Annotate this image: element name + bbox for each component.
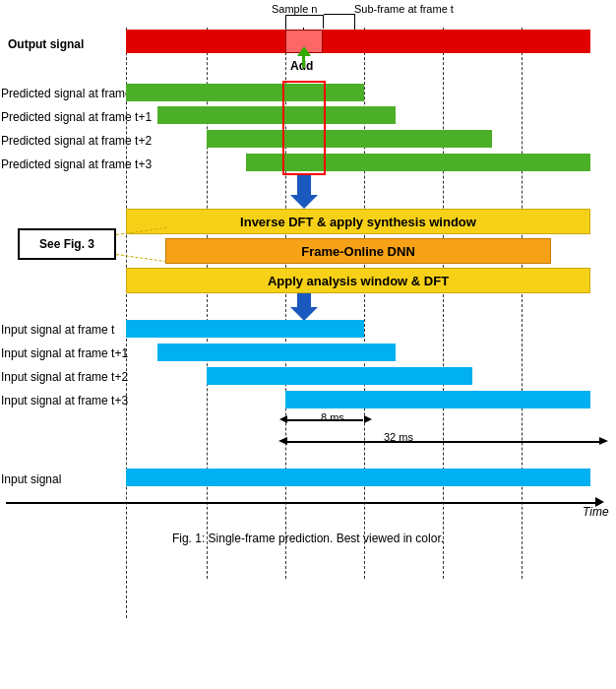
sample-n-top-line bbox=[285, 15, 324, 16]
predicted-t1-label: Predicted signal at frame t+1 bbox=[1, 110, 152, 124]
sample-n-left-bracket bbox=[285, 15, 286, 29]
predicted-t-bar bbox=[126, 84, 364, 101]
figure-caption: Fig. 1: Single-frame prediction. Best vi… bbox=[49, 532, 567, 545]
input-t3-label: Input signal at frame t+3 bbox=[1, 394, 128, 407]
sub-frame-horiz bbox=[324, 14, 355, 15]
add-arrow-head bbox=[297, 46, 311, 56]
input-t3-bar bbox=[285, 391, 590, 408]
input-t2-label: Input signal at frame t+2 bbox=[1, 370, 128, 384]
predicted-t2-bar bbox=[207, 130, 492, 148]
input-t-bar bbox=[126, 320, 364, 338]
sub-frame-label: Sub-frame at frame t bbox=[354, 3, 454, 15]
output-signal-label: Output signal bbox=[8, 37, 84, 51]
8ms-label: 8 ms bbox=[321, 411, 344, 423]
add-arrow-shaft bbox=[302, 54, 305, 68]
input-t1-label: Input signal at frame t+1 bbox=[1, 346, 128, 360]
apply-analysis-block: Apply analysis window & DFT bbox=[126, 268, 590, 293]
big-arrow-head2 bbox=[290, 307, 318, 321]
red-selection-rect bbox=[282, 81, 326, 175]
predicted-t-label: Predicted signal at frame t bbox=[1, 87, 138, 100]
time-label: Time bbox=[583, 505, 609, 519]
32ms-arrowhead-left bbox=[278, 437, 287, 445]
32ms-arrowhead-right bbox=[599, 437, 608, 445]
input-signal-bar bbox=[126, 469, 590, 486]
dash-line-5 bbox=[443, 28, 444, 579]
32ms-line bbox=[286, 441, 599, 443]
big-arrow-head1 bbox=[290, 195, 318, 209]
big-arrow-shaft2 bbox=[297, 293, 311, 307]
frame-online-dnn-block: Frame-Online DNN bbox=[165, 238, 551, 264]
input-t-label: Input signal at frame t bbox=[1, 323, 114, 337]
diagram-container: Sample n Sub-frame at frame t Output sig… bbox=[0, 0, 616, 689]
time-axis-line bbox=[6, 502, 596, 504]
predicted-t3-label: Predicted signal at frame t+3 bbox=[1, 157, 152, 171]
predicted-t2-label: Predicted signal at frame t+2 bbox=[1, 134, 152, 148]
big-arrow-shaft1 bbox=[297, 175, 311, 195]
input-t2-bar bbox=[207, 367, 472, 385]
predicted-t1-bar bbox=[157, 106, 396, 124]
input-t1-bar bbox=[157, 344, 396, 361]
see-fig-box: See Fig. 3 bbox=[18, 228, 116, 260]
output-bar bbox=[126, 30, 590, 53]
8ms-line bbox=[286, 419, 363, 421]
8ms-arrowhead-left bbox=[279, 415, 287, 423]
8ms-arrowhead-right bbox=[364, 415, 372, 423]
sample-n-right-bracket bbox=[323, 15, 324, 29]
inverse-dft-block: Inverse DFT & apply synthesis window bbox=[126, 209, 590, 234]
sample-n-label: Sample n bbox=[272, 3, 317, 15]
sub-frame-line1 bbox=[354, 14, 355, 30]
input-signal-label: Input signal bbox=[1, 472, 61, 486]
dash-line-6 bbox=[522, 28, 523, 579]
fig3-line-bottom bbox=[116, 254, 167, 262]
